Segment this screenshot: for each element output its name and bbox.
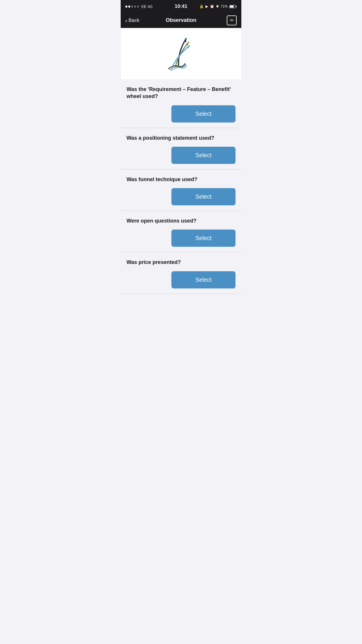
back-chevron-icon: ‹	[125, 18, 127, 23]
select-button-2[interactable]: Select	[171, 147, 236, 164]
battery-tip	[236, 6, 237, 7]
select-button-row-2: Select	[126, 147, 236, 164]
battery-icon	[229, 5, 237, 8]
select-button-1[interactable]: Select	[171, 105, 236, 123]
question-item-4: Were open questions used? Select	[121, 211, 241, 252]
nav-bar: ‹ Back Observation ✏	[121, 13, 241, 28]
select-button-row-3: Select	[126, 188, 236, 205]
status-time: 10:41	[175, 4, 187, 9]
select-button-3[interactable]: Select	[171, 188, 236, 205]
status-left: EE 4G	[125, 4, 153, 9]
select-button-row-4: Select	[126, 230, 236, 247]
question-text-3: Was funnel technique used?	[126, 176, 236, 183]
question-text-2: Was a positioning statement used?	[126, 134, 236, 141]
question-text-5: Was price presented?	[126, 259, 236, 266]
signal-dot-3	[131, 6, 133, 8]
signal-dot-4	[134, 6, 136, 8]
signal-dot-1	[125, 6, 127, 8]
select-button-row-1: Select	[126, 105, 236, 123]
carrier-label: EE	[141, 4, 146, 9]
back-label: Back	[129, 18, 140, 23]
status-right: 🔒 ▶ ⏰ ✱ 71%	[199, 4, 237, 8]
question-item-2: Was a positioning statement used? Select	[121, 128, 241, 169]
battery-body	[229, 5, 236, 8]
question-item-3: Was funnel technique used? Select	[121, 169, 241, 211]
select-button-5[interactable]: Select	[171, 271, 236, 288]
lock-icon: 🔒	[199, 4, 204, 8]
bluetooth-icon: ✱	[216, 4, 219, 8]
logo-container	[121, 28, 241, 79]
questions-section: Was the 'Requirement – Feature – Benefit…	[121, 79, 241, 294]
signal-dot-2	[128, 6, 130, 8]
status-bar: EE 4G 10:41 🔒 ▶ ⏰ ✱ 71%	[121, 0, 241, 13]
question-text-1: Was the 'Requirement – Feature – Benefit…	[126, 86, 236, 100]
alarm-icon: ⏰	[210, 4, 214, 8]
select-button-row-5: Select	[126, 271, 236, 288]
battery-fill	[230, 6, 234, 8]
signal-dot-5	[137, 6, 139, 8]
battery-percent: 71%	[221, 4, 228, 8]
question-item-1: Was the 'Requirement – Feature – Benefit…	[121, 79, 241, 128]
edit-button[interactable]: ✏	[227, 15, 237, 25]
edit-pencil-icon: ✏	[230, 18, 234, 23]
signal-dots	[125, 6, 139, 8]
question-item-5: Was price presented? Select	[121, 252, 241, 294]
network-label: 4G	[147, 4, 152, 9]
question-text-4: Were open questions used?	[126, 217, 236, 224]
location-icon: ▶	[205, 4, 208, 8]
select-button-4[interactable]: Select	[171, 230, 236, 247]
nav-title: Observation	[166, 17, 196, 23]
back-button[interactable]: ‹ Back	[125, 18, 139, 23]
app-logo	[161, 36, 201, 71]
